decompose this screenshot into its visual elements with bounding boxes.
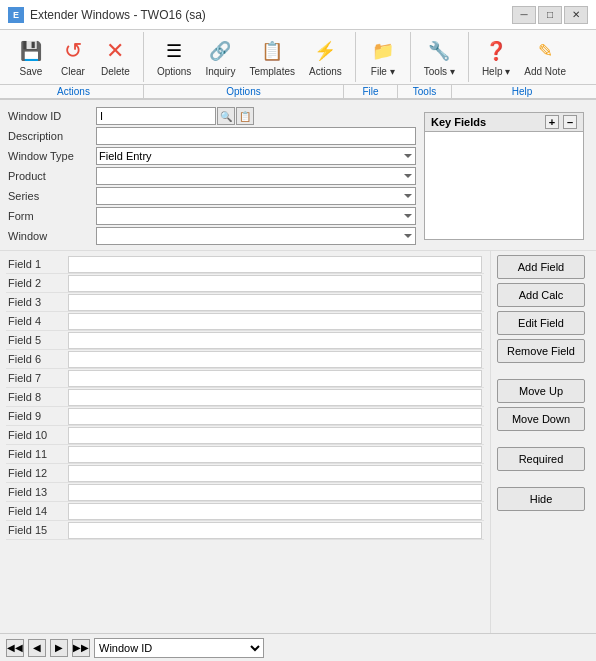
save-button[interactable]: 💾 Save (10, 34, 52, 80)
help-icon: ❓ (482, 37, 510, 65)
field-row-2: Field 2 (6, 274, 484, 293)
field-input-14[interactable] (68, 503, 482, 520)
status-bar: ◀◀ ◀ ▶ ▶▶ Window ID (0, 633, 596, 661)
toolbar-labels: Actions Options File Tools Help (0, 85, 596, 100)
field-row-12: Field 12 (6, 464, 484, 483)
actions-button[interactable]: ⚡ Actions (302, 34, 349, 80)
field-row-13: Field 13 (6, 483, 484, 502)
save-label: Save (20, 66, 43, 77)
toolbar-group-options: ☰ Options 🔗 Inquiry 📋 Templates ⚡ Action… (144, 32, 356, 82)
tools-button[interactable]: 🔧 Tools ▾ (417, 34, 462, 80)
help-button[interactable]: ❓ Help ▾ (475, 34, 517, 80)
lower-fields: Field 1Field 2Field 3Field 4Field 5Field… (0, 251, 596, 633)
key-fields-header-btns: + – (545, 115, 577, 129)
field-row-1: Field 1 (6, 255, 484, 274)
nav-next-button[interactable]: ▶ (50, 639, 68, 657)
field-input-9[interactable] (68, 408, 482, 425)
add-field-button[interactable]: Add Field (497, 255, 585, 279)
series-select[interactable] (96, 187, 416, 205)
tools-label: Tools ▾ (424, 66, 455, 77)
field-row-5: Field 5 (6, 331, 484, 350)
window-type-select[interactable]: Field Entry Lookup Report (96, 147, 416, 165)
inquiry-button[interactable]: 🔗 Inquiry (198, 34, 242, 80)
remove-field-button[interactable]: Remove Field (497, 339, 585, 363)
window-id-copy-button[interactable]: 📋 (236, 107, 254, 125)
field-input-1[interactable] (68, 256, 482, 273)
description-input[interactable] (96, 127, 416, 145)
window-id-search-button[interactable]: 🔍 (217, 107, 235, 125)
minimize-button[interactable]: ─ (512, 6, 536, 24)
field-input-11[interactable] (68, 446, 482, 463)
move-up-button[interactable]: Move Up (497, 379, 585, 403)
field-label-15: Field 15 (6, 524, 66, 536)
form-fields: Window ID 🔍 📋 Description Window Type (8, 106, 416, 246)
required-button[interactable]: Required (497, 447, 585, 471)
options-label: Options (157, 66, 191, 77)
field-row-3: Field 3 (6, 293, 484, 312)
field-input-13[interactable] (68, 484, 482, 501)
options-button[interactable]: ☰ Options (150, 34, 198, 80)
series-row: Series (8, 186, 416, 206)
hide-button[interactable]: Hide (497, 487, 585, 511)
field-label-11: Field 11 (6, 448, 66, 460)
toolbar-group-actions: 💾 Save ↺ Clear ✕ Delete (4, 32, 144, 82)
field-input-15[interactable] (68, 522, 482, 539)
toolbar-label-actions: Actions (4, 85, 144, 98)
restore-button[interactable]: □ (538, 6, 562, 24)
delete-icon: ✕ (101, 37, 129, 65)
add-calc-button[interactable]: Add Calc (497, 283, 585, 307)
field-row-8: Field 8 (6, 388, 484, 407)
move-down-button[interactable]: Move Down (497, 407, 585, 431)
product-select[interactable] (96, 167, 416, 185)
inquiry-icon: 🔗 (206, 37, 234, 65)
form-select[interactable] (96, 207, 416, 225)
toolbar-label-tools: Tools (398, 85, 452, 98)
key-fields-remove-button[interactable]: – (563, 115, 577, 129)
window-id-input[interactable] (96, 107, 216, 125)
nav-last-button[interactable]: ▶▶ (72, 639, 90, 657)
field-input-2[interactable] (68, 275, 482, 292)
field-input-10[interactable] (68, 427, 482, 444)
field-input-6[interactable] (68, 351, 482, 368)
add-note-label: Add Note (524, 66, 566, 77)
field-label-1: Field 1 (6, 258, 66, 270)
status-field-select[interactable]: Window ID (94, 638, 264, 658)
templates-label: Templates (249, 66, 295, 77)
add-note-button[interactable]: ✎ Add Note (517, 34, 573, 80)
field-input-12[interactable] (68, 465, 482, 482)
key-fields-panel: Key Fields + – (424, 112, 584, 240)
toolbar: 💾 Save ↺ Clear ✕ Delete ☰ Options 🔗 Inqu… (0, 30, 596, 85)
edit-field-button[interactable]: Edit Field (497, 311, 585, 335)
window-id-label: Window ID (8, 110, 96, 122)
field-row-10: Field 10 (6, 426, 484, 445)
file-button[interactable]: 📁 File ▾ (362, 34, 404, 80)
toolbar-group-tools: 🔧 Tools ▾ (411, 32, 469, 82)
toolbar-group-file: 📁 File ▾ (356, 32, 411, 82)
close-button[interactable]: ✕ (564, 6, 588, 24)
field-label-10: Field 10 (6, 429, 66, 441)
nav-first-button[interactable]: ◀◀ (6, 639, 24, 657)
delete-button[interactable]: ✕ Delete (94, 34, 137, 80)
field-input-4[interactable] (68, 313, 482, 330)
templates-button[interactable]: 📋 Templates (242, 34, 302, 80)
series-label: Series (8, 190, 96, 202)
main-area: Window ID 🔍 📋 Description Window Type (0, 100, 596, 633)
window-select[interactable] (96, 227, 416, 245)
field-row-4: Field 4 (6, 312, 484, 331)
clear-button[interactable]: ↺ Clear (52, 34, 94, 80)
upper-form: Window ID 🔍 📋 Description Window Type (0, 100, 596, 251)
key-fields-body (425, 132, 583, 239)
field-row-15: Field 15 (6, 521, 484, 540)
field-input-7[interactable] (68, 370, 482, 387)
field-label-5: Field 5 (6, 334, 66, 346)
field-input-5[interactable] (68, 332, 482, 349)
key-fields-add-button[interactable]: + (545, 115, 559, 129)
clear-label: Clear (61, 66, 85, 77)
title-bar: E Extender Windows - TWO16 (sa) ─ □ ✕ (0, 0, 596, 30)
field-input-8[interactable] (68, 389, 482, 406)
field-row-14: Field 14 (6, 502, 484, 521)
nav-prev-button[interactable]: ◀ (28, 639, 46, 657)
field-row-7: Field 7 (6, 369, 484, 388)
field-label-8: Field 8 (6, 391, 66, 403)
field-input-3[interactable] (68, 294, 482, 311)
